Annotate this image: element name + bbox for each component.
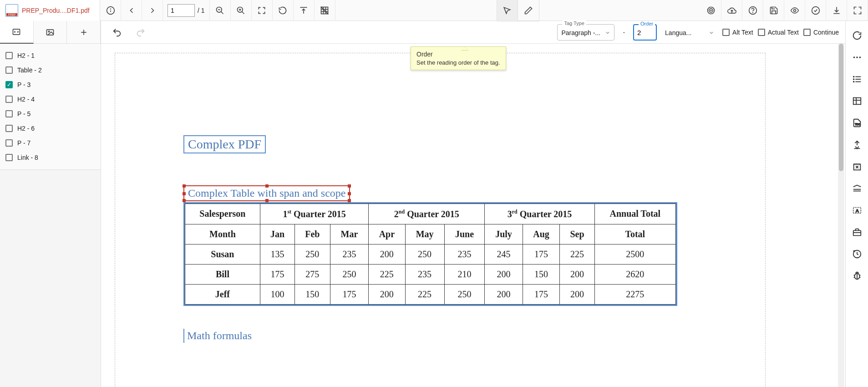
tag-type-legend: Tag Type: [562, 20, 586, 26]
save-icon[interactable]: [763, 0, 784, 21]
complex-table[interactable]: Salesperson1st Quarter 20152nd Quarter 2…: [183, 202, 677, 306]
left-panel-spacer: [0, 169, 101, 387]
code-tab[interactable]: [0, 21, 34, 44]
edit-tool-button[interactable]: [518, 0, 539, 21]
svg-line-17: [321, 6, 329, 14]
order-input[interactable]: [637, 29, 653, 36]
page-number-input[interactable]: [168, 4, 195, 17]
page-indicator: / 1: [163, 0, 210, 21]
delete-box-icon[interactable]: [848, 157, 866, 177]
math-title: Math formulas: [187, 330, 252, 341]
rotate-button[interactable]: [273, 0, 294, 21]
document-tab[interactable]: PREP_Produ....DF1.pdf: [0, 0, 100, 21]
tag-item[interactable]: H2 - 1: [3, 48, 98, 63]
language-select[interactable]: Langua...: [661, 24, 718, 41]
tag-item[interactable]: H2 - 6: [3, 121, 98, 136]
scan-icon[interactable]: [848, 178, 866, 199]
continue-checkbox[interactable]: Continue: [803, 29, 839, 36]
image-tab[interactable]: [34, 21, 67, 44]
tag-item[interactable]: P - 5: [3, 107, 98, 121]
help-icon[interactable]: [742, 0, 763, 21]
continue-label: Continue: [813, 29, 839, 36]
canvas-scroll[interactable]: Complex PDF Complex Table with span and …: [101, 44, 845, 387]
select-tool-button[interactable]: [497, 0, 518, 21]
vertical-scrollbar[interactable]: [838, 44, 844, 387]
selected-caption-box[interactable]: Complex Table with span and scope: [183, 185, 350, 201]
tag-label: P - 5: [17, 110, 30, 117]
document-icon: [5, 4, 18, 17]
tag-type-select[interactable]: Tag Type Paragraph -...: [557, 24, 614, 41]
doc-title-box[interactable]: Complex PDF: [183, 135, 266, 153]
checkbox-icon[interactable]: [5, 52, 13, 59]
toc-icon[interactable]: TOC: [848, 113, 866, 133]
fullscreen-icon[interactable]: [847, 0, 868, 21]
bug-icon[interactable]: [848, 266, 866, 286]
checkbox-icon[interactable]: [5, 154, 13, 161]
order-input-group[interactable]: Order: [633, 24, 657, 41]
refresh-icon[interactable]: [848, 25, 866, 46]
download-icon[interactable]: [826, 0, 847, 21]
svg-point-24: [793, 9, 796, 11]
list-icon[interactable]: [848, 69, 866, 89]
svg-point-34: [856, 56, 858, 58]
scroll-thumb[interactable]: [839, 44, 843, 171]
checkbox-icon[interactable]: [5, 110, 13, 117]
tool-mode-group: [497, 0, 539, 21]
prev-page-button[interactable]: [121, 0, 142, 21]
svg-rect-29: [47, 30, 54, 35]
checkbox-icon[interactable]: [5, 66, 13, 74]
checkbox-icon[interactable]: [5, 139, 13, 147]
check-circle-icon[interactable]: [805, 0, 826, 21]
left-panel: H2 - 1Table - 2P - 3H2 - 4P - 5H2 - 6P -…: [0, 21, 101, 387]
pdf-page[interactable]: Complex PDF Complex Table with span and …: [115, 53, 766, 387]
document-tab-label: PREP_Produ....DF1.pdf: [22, 7, 90, 14]
tag-item[interactable]: Table - 2: [3, 63, 98, 77]
target-icon[interactable]: [700, 0, 721, 21]
actual-text-checkbox[interactable]: Actual Text: [758, 29, 799, 36]
svg-point-40: [853, 79, 854, 80]
toolbox-icon[interactable]: [848, 222, 866, 242]
svg-point-25: [812, 6, 819, 14]
undo-button[interactable]: [107, 23, 127, 42]
info-icon[interactable]: [100, 0, 121, 21]
merge-icon[interactable]: [848, 135, 866, 155]
math-title-box[interactable]: Math formulas: [183, 329, 255, 343]
cloud-upload-icon[interactable]: [721, 0, 742, 21]
order-tooltip: Order Set the reading order of the tag.: [411, 46, 506, 70]
alt-text-label: Alt Text: [732, 29, 753, 36]
svg-point-33: [853, 56, 855, 58]
zoom-in-button[interactable]: [231, 0, 252, 21]
text-box-icon[interactable]: A: [848, 200, 866, 220]
replay-icon[interactable]: [848, 244, 866, 264]
tooltip-title: Order: [416, 51, 500, 58]
language-value: Langua...: [665, 29, 706, 36]
grid-off-button[interactable]: [315, 0, 335, 21]
tag-label: P - 7: [17, 139, 30, 147]
checkbox-icon[interactable]: [5, 81, 13, 88]
svg-point-41: [853, 81, 854, 82]
checkbox-icon[interactable]: [5, 96, 13, 103]
main-area: H2 - 1Table - 2P - 3H2 - 4P - 5H2 - 6P -…: [0, 21, 868, 387]
svg-line-7: [242, 11, 244, 14]
dash-separator: -: [619, 29, 629, 36]
edit-bar: Tag Type Paragraph -... - Order Langua..…: [101, 21, 845, 44]
fit-page-button[interactable]: [252, 0, 273, 21]
checkbox-icon[interactable]: [5, 125, 13, 132]
next-page-button[interactable]: [142, 0, 163, 21]
add-tab[interactable]: [67, 21, 101, 44]
align-top-button[interactable]: [294, 0, 315, 21]
table-icon[interactable]: [848, 91, 866, 111]
svg-line-58: [859, 275, 860, 275]
alt-text-checkbox[interactable]: Alt Text: [722, 29, 753, 36]
more-icon[interactable]: [848, 47, 866, 67]
redo-button[interactable]: [131, 23, 150, 42]
zoom-out-button[interactable]: [210, 0, 231, 21]
center-panel: Tag Type Paragraph -... - Order Langua..…: [101, 21, 845, 387]
tag-item[interactable]: P - 7: [3, 136, 98, 150]
eye-icon[interactable]: [784, 0, 805, 21]
svg-line-60: [859, 277, 860, 278]
tag-item[interactable]: Link - 8: [3, 150, 98, 165]
order-legend: Order: [639, 21, 655, 26]
tag-item[interactable]: H2 - 4: [3, 92, 98, 107]
tag-item[interactable]: P - 3: [3, 77, 98, 92]
